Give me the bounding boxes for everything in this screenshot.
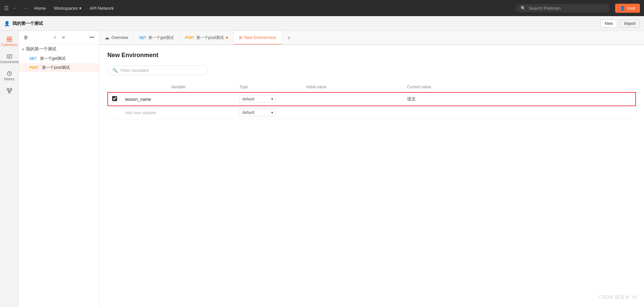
sidebar-item-apis[interactable] (1, 85, 18, 96)
cloud-icon: ☁ (105, 35, 109, 40)
add-button[interactable]: ＋ (51, 34, 59, 41)
history-label: History (4, 77, 14, 81)
left-panel: 🗑 ＋ ≡ ••• ▾ 我的第一个测试 GET 第一个get测试 POST 第一… (19, 31, 99, 307)
sidebar-item-collections[interactable]: Collections (1, 34, 18, 49)
col-variable: Variable (121, 82, 235, 92)
forward-arrow[interactable]: → (21, 4, 29, 12)
user-icon: 👤 (620, 6, 625, 11)
user-icon: 👤 (4, 21, 10, 26)
get-method-badge: GET (28, 56, 38, 61)
collections-label: Collections (1, 43, 17, 47)
row-type-cell[interactable]: default ▾ (235, 92, 302, 106)
add-tab-button[interactable]: ＋ (282, 31, 296, 44)
tab-get-method: GET (139, 36, 146, 40)
add-variable-row: default ▾ (108, 106, 636, 119)
env-content: New Environment 🔍 Variable Type Initial … (99, 45, 644, 307)
workspaces-dropdown[interactable]: Workspaces ▾ (51, 4, 84, 12)
tab-overview-label: Overview (111, 35, 128, 40)
tab-get-label: 第一个get测试 (148, 35, 174, 41)
sidebar-item-history[interactable]: History (1, 68, 18, 84)
back-arrow[interactable]: ← (11, 4, 19, 12)
chevron-down-icon: ▾ (271, 97, 273, 101)
add-row-variable-cell[interactable] (121, 106, 235, 119)
filter-variables-input[interactable] (120, 68, 203, 73)
svg-rect-8 (8, 91, 10, 93)
row-current-value-cell[interactable]: 语文 (403, 92, 636, 106)
col-initial-value: Initial value (302, 82, 403, 92)
apis-icon (6, 88, 12, 94)
row-variable-cell[interactable]: lesson_name (121, 92, 235, 106)
col-current-value: Current value (403, 82, 636, 92)
sidebar-icons: Collections Environments History (0, 31, 19, 307)
collection-root[interactable]: ▾ 我的第一个测试 (19, 44, 99, 54)
env-title: New Environment (107, 52, 636, 59)
tab-unsaved-dot (226, 37, 228, 39)
watermark: CSDN @落水 zh (599, 294, 637, 300)
trash-button[interactable]: 🗑 (22, 34, 30, 41)
tab-overview[interactable]: ☁ Overview (99, 31, 134, 44)
post-method-badge: POST (28, 65, 40, 70)
tab-post-method: POST (185, 36, 194, 40)
add-row-checkbox-cell (108, 106, 121, 119)
tabs-bar: ☁ Overview GET 第一个get测试 POST 第一个post测试 ⊞… (99, 31, 644, 45)
table-header-row: Variable Type Initial value Current valu… (108, 82, 636, 92)
menu-icon[interactable]: ☰ (4, 5, 9, 11)
more-button[interactable]: ••• (88, 34, 96, 41)
filter-input-wrap: 🔍 (107, 65, 208, 75)
import-button[interactable]: Import (620, 19, 640, 28)
row-checkbox-cell[interactable] (108, 92, 121, 106)
add-row-initial-value-cell[interactable] (302, 106, 403, 119)
filter-search-icon: 🔍 (112, 68, 118, 73)
row-checkbox[interactable] (112, 96, 117, 101)
invite-button[interactable]: 👤 Invit (615, 4, 640, 13)
collections-icon (6, 36, 12, 42)
svg-rect-7 (10, 88, 12, 90)
collection-name: 我的第一个测试 (26, 46, 56, 52)
svg-rect-1 (10, 37, 12, 39)
api-network-link[interactable]: API Network (87, 4, 116, 12)
environments-icon (6, 53, 12, 59)
variable-name: lesson_name (125, 97, 151, 102)
main-layout: Collections Environments History (0, 31, 644, 307)
tab-new-env-label: New Environment (244, 35, 276, 40)
home-link[interactable]: Home (32, 4, 49, 12)
workspace-name: 我的第一个测试 (12, 20, 43, 27)
workspaces-chevron: ▾ (79, 6, 82, 11)
search-bar[interactable]: 🔍 Search Postman (516, 4, 610, 12)
svg-rect-3 (10, 40, 12, 42)
env-table: Variable Type Initial value Current valu… (107, 82, 636, 119)
caret-icon: ▾ (22, 47, 24, 51)
type-value: default (242, 97, 254, 101)
environments-label: Environments (0, 60, 19, 64)
add-row-current-value-cell[interactable] (403, 106, 636, 119)
row-initial-value-cell[interactable] (302, 92, 403, 106)
content-area: ☁ Overview GET 第一个get测试 POST 第一个post测试 ⊞… (99, 31, 644, 307)
table-row: lesson_name default ▾ 语文 (108, 92, 636, 106)
env-icon: ⊞ (239, 35, 242, 40)
collection-sub-item-get[interactable]: GET 第一个get测试 (19, 54, 99, 63)
tab-get-test[interactable]: GET 第一个get测试 (134, 31, 180, 44)
sort-button[interactable]: ≡ (61, 34, 66, 41)
add-chevron-down-icon: ▾ (271, 110, 273, 115)
search-icon: 🔍 (521, 6, 526, 11)
col-type: Type (235, 82, 302, 92)
col-checkbox (108, 82, 121, 92)
collection-sub-item-post[interactable]: POST 第一个post测试 (19, 63, 99, 72)
panel-toolbar: 🗑 ＋ ≡ ••• (19, 31, 99, 44)
sidebar-item-environments[interactable]: Environments (1, 51, 18, 67)
add-row-type-cell[interactable]: default ▾ (235, 106, 302, 119)
add-variable-input[interactable] (125, 111, 231, 115)
post-item-name: 第一个post测试 (42, 65, 70, 71)
history-icon (6, 71, 12, 77)
add-type-select[interactable]: default ▾ (239, 109, 276, 116)
workspace-bar: 👤 我的第一个测试 New Import (0, 16, 644, 31)
workspaces-label: Workspaces (54, 6, 78, 11)
search-placeholder: Search Postman (529, 6, 561, 11)
svg-rect-4 (7, 55, 12, 58)
tab-post-test[interactable]: POST 第一个post测试 (180, 31, 234, 44)
svg-rect-2 (7, 40, 9, 42)
new-button[interactable]: New (600, 19, 617, 28)
get-item-name: 第一个get测试 (40, 56, 66, 61)
tab-new-environment[interactable]: ⊞ New Environment (234, 31, 282, 45)
type-select[interactable]: default ▾ (239, 95, 276, 103)
